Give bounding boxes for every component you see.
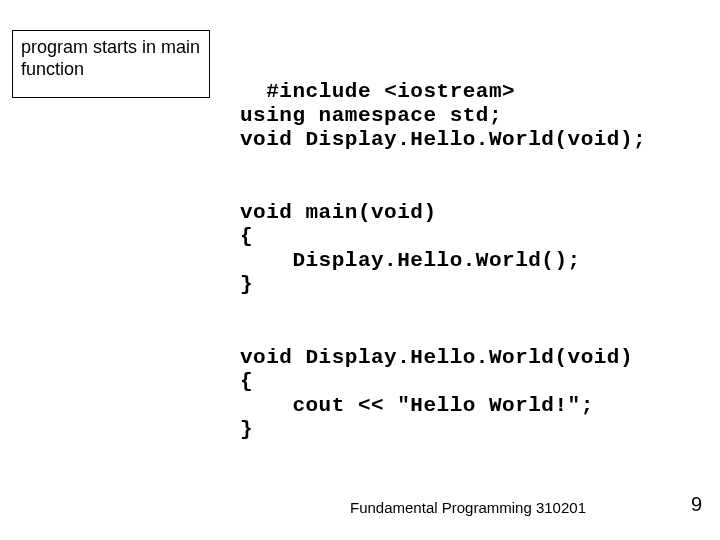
footer-label: Fundamental Programming 310201 xyxy=(350,499,586,516)
code-content: #include <iostream> using namespace std;… xyxy=(240,80,646,441)
annotation-text: program starts in main function xyxy=(21,37,200,79)
page-number: 9 xyxy=(691,493,702,516)
footer-text: Fundamental Programming 310201 xyxy=(350,499,586,516)
code-block: #include <iostream> using namespace std;… xyxy=(240,56,646,442)
page-number-value: 9 xyxy=(691,493,702,515)
annotation-box: program starts in main function xyxy=(12,30,210,98)
